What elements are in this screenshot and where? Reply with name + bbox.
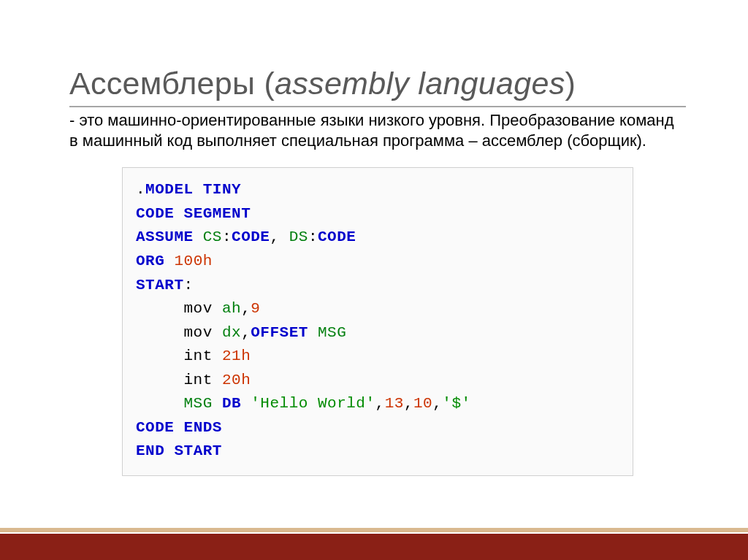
footer-band	[0, 534, 748, 560]
code-line-7: mov dx,OFFSET MSG	[136, 321, 619, 345]
slide-title: Ассемблеры (assembly languages)	[69, 66, 686, 101]
code-line-11: CODE ENDS	[136, 416, 619, 440]
code-line-10: MSG DB 'Hello World',13,10,'$'	[136, 392, 619, 416]
code-block: .MODEL TINY CODE SEGMENT ASSUME CS:CODE,…	[122, 167, 633, 476]
title-paren-close: )	[565, 66, 576, 101]
title-paren-open: (	[264, 66, 275, 101]
code-line-6: mov ah,9	[136, 297, 619, 321]
slide-description: - это машинно-ориентированные языки низк…	[69, 110, 686, 151]
code-line-4: ORG 100h	[136, 250, 619, 274]
code-line-5: START:	[136, 274, 619, 298]
code-line-1: .MODEL TINY	[136, 178, 619, 202]
slide: Ассемблеры (assembly languages) - это ма…	[0, 0, 748, 560]
code-line-2: CODE SEGMENT	[136, 202, 619, 226]
title-italic: assembly languages	[275, 66, 565, 101]
code-line-3: ASSUME CS:CODE, DS:CODE	[136, 226, 619, 250]
code-line-12: END START	[136, 440, 619, 464]
code-line-9: int 20h	[136, 369, 619, 393]
title-main: Ассемблеры	[69, 66, 264, 101]
code-line-8: int 21h	[136, 345, 619, 369]
title-rule	[69, 106, 686, 107]
